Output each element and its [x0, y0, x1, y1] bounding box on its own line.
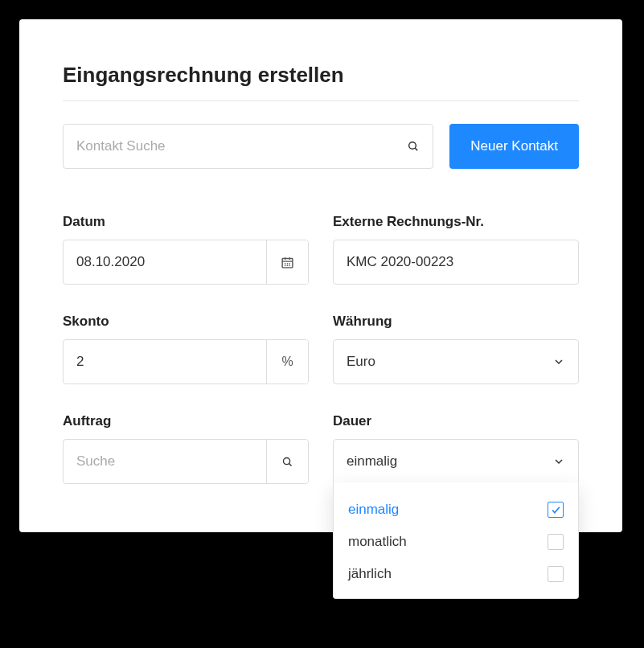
svg-point-0: [409, 142, 416, 150]
label-auftrag: Auftrag: [63, 413, 309, 429]
field-dauer: Dauer einmalig einmalig monatlich: [333, 413, 579, 484]
calendar-icon: [281, 256, 294, 269]
calendar-button[interactable]: [266, 240, 308, 284]
input-wrap-externe-nr[interactable]: [333, 240, 579, 285]
field-skonto: Skonto %: [63, 314, 309, 384]
form-grid: Datum Externe Rechnungs-Nr. Skonto %: [63, 214, 579, 484]
dauer-option-monatlich[interactable]: monatlich: [334, 526, 578, 558]
input-wrap-auftrag[interactable]: [63, 439, 309, 484]
label-dauer: Dauer: [333, 413, 579, 429]
auftrag-input[interactable]: [64, 440, 266, 483]
search-icon: [407, 140, 420, 153]
dauer-select[interactable]: einmalig: [333, 439, 579, 484]
input-wrap-datum[interactable]: [63, 240, 309, 285]
field-externe-nr: Externe Rechnungs-Nr.: [333, 214, 579, 285]
svg-line-13: [289, 463, 292, 465]
chevron-down-icon: [552, 355, 565, 368]
new-contact-button[interactable]: Neuer Kontakt: [449, 124, 579, 169]
chevron-down-icon: [552, 455, 565, 468]
svg-line-1: [415, 148, 417, 150]
contact-row: Neuer Kontakt: [63, 124, 579, 169]
checkbox-icon: [548, 534, 564, 550]
label-waehrung: Währung: [333, 314, 579, 330]
field-waehrung: Währung Euro: [333, 314, 579, 384]
auftrag-search-button[interactable]: [266, 440, 308, 483]
contact-search-box[interactable]: [63, 124, 433, 169]
dauer-option-jaehrlich[interactable]: jährlich: [334, 558, 578, 590]
externe-nr-input[interactable]: [334, 240, 578, 284]
waehrung-value: Euro: [347, 354, 375, 370]
input-wrap-skonto[interactable]: %: [63, 339, 309, 384]
waehrung-select[interactable]: Euro: [333, 339, 579, 384]
invoice-form-card: Eingangsrechnung erstellen Neuer Kontakt…: [19, 19, 622, 532]
label-skonto: Skonto: [63, 314, 309, 330]
option-label: monatlich: [348, 534, 407, 550]
skonto-unit: %: [266, 340, 308, 383]
label-externe-nr: Externe Rechnungs-Nr.: [333, 214, 579, 230]
checkbox-icon: [548, 566, 564, 582]
field-datum: Datum: [63, 214, 309, 285]
option-label: jährlich: [348, 566, 392, 582]
label-datum: Datum: [63, 214, 309, 230]
field-auftrag: Auftrag: [63, 413, 309, 484]
option-label: einmalig: [348, 502, 399, 518]
contact-search-input[interactable]: [76, 138, 407, 154]
search-icon: [281, 456, 293, 468]
dauer-dropdown: einmalig monatlich jährlich: [333, 482, 579, 599]
svg-point-12: [284, 457, 290, 464]
datum-input[interactable]: [64, 240, 266, 284]
dauer-option-einmalig[interactable]: einmalig: [334, 494, 578, 526]
svg-rect-2: [282, 258, 293, 267]
skonto-input[interactable]: [64, 340, 266, 383]
checkbox-icon: [548, 502, 564, 518]
page-title: Eingangsrechnung erstellen: [63, 63, 579, 101]
dauer-value: einmalig: [347, 453, 397, 470]
